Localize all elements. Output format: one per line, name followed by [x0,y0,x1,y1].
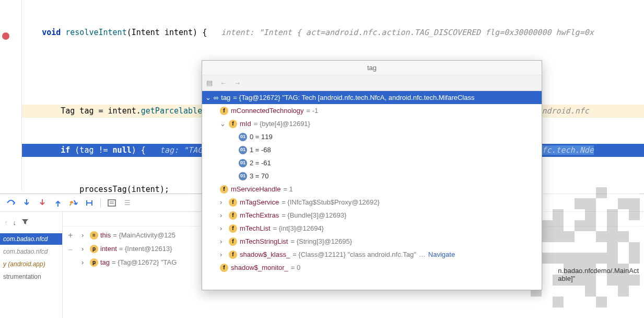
trace-icon[interactable]: ☰ [123,198,132,208]
field-icon: f [220,185,228,194]
param-icon: p [90,258,98,267]
param-icon: p [90,245,98,253]
qr-text: n.badao.nfcdemo/.MainAct able]" [558,267,639,282]
separator [100,198,101,208]
run-to-cursor-icon[interactable] [85,198,94,208]
popup-field[interactable]: ›f shadow$_klass_ = {Class@12121} "class… [202,248,542,261]
array-item[interactable]: 01 0 = 119 [202,130,542,143]
filter-icon[interactable] [21,218,29,227]
gutter [0,0,22,191]
frame-item[interactable]: strumentation [0,271,62,282]
step-out-icon[interactable] [53,198,63,208]
frame-item[interactable]: y (android.app) [0,258,62,270]
evaluate-icon[interactable] [107,198,116,208]
frame-item[interactable]: com.badao.nfcd [0,233,62,245]
link-icon: ∞ [214,91,218,104]
navigate-link[interactable]: Navigate [428,248,455,261]
popup-field[interactable]: ›f mTagService = {INfcTag$Stub$Proxy@126… [202,196,542,209]
popup-field[interactable]: f mConnectedTechnology = -1 [202,104,542,117]
byte-icon: 01 [239,172,247,180]
popup-field[interactable]: ›f mTechStringList = {String[3]@12695} [202,235,542,248]
new-watch-icon[interactable]: ▤ [206,79,213,87]
add-watch-icon[interactable]: + [68,231,73,240]
breakpoint-icon[interactable] [2,32,9,40]
frames-column: ↑ ↓ com.badao.nfcd com.badao.nfcd y (and… [0,212,63,318]
field-icon: f [229,251,237,259]
step-over-icon[interactable] [6,198,16,208]
history-back-icon[interactable]: ← [220,79,227,87]
popup-field[interactable]: ⌄f mId = {byte[4]@12691} [202,117,542,130]
history-forward-icon[interactable]: → [234,79,241,87]
remove-watch-icon[interactable]: − [68,245,73,255]
field-icon: f [220,107,228,115]
popup-toolbar: ▤ ← → [202,75,542,91]
variable-popup: tag ▤ ← → ⌄ ∞ tag = {Tag@12672} "TAG: Te… [202,60,542,290]
popup-field[interactable]: f shadow$_monitor_ = 0 [202,261,542,274]
array-item[interactable]: 01 3 = 70 [202,169,542,183]
popup-field[interactable]: f mServiceHandle = 1 [202,183,542,196]
array-item[interactable]: 01 1 = -68 [202,143,542,156]
force-step-into-icon[interactable] [38,198,47,208]
frames-down-icon[interactable]: ↓ [13,219,17,226]
field-icon: f [220,264,228,272]
byte-icon: 01 [239,159,247,167]
field-icon: f [229,198,237,207]
frame-item[interactable]: com.badao.nfcd [0,246,62,257]
array-item[interactable]: 01 2 = -61 [202,156,542,169]
svg-rect-0 [108,200,115,206]
field-icon: f [229,237,237,246]
byte-icon: 01 [239,133,247,141]
popup-root[interactable]: ⌄ ∞ tag = {Tag@12672} "TAG: Tech [androi… [202,91,542,104]
popup-tree: ⌄ ∞ tag = {Tag@12672} "TAG: Tech [androi… [202,91,542,274]
frames-up-icon[interactable]: ↑ [4,219,8,226]
field-icon: f [229,211,237,220]
step-into-icon[interactable] [22,198,31,208]
popup-field[interactable]: ›f mTechExtras = {Bundle[3]@12693} [202,209,542,222]
byte-icon: 01 [239,146,247,154]
object-icon: ≡ [90,231,98,240]
field-icon: f [229,224,237,233]
popup-title: tag [202,61,542,75]
drop-frame-icon[interactable] [69,198,78,208]
code-line[interactable]: void resolveIntent(Intent intent) { inte… [22,26,644,39]
field-icon: f [229,120,237,128]
popup-field[interactable]: ›f mTechList = {int[3]@12694} [202,222,542,235]
